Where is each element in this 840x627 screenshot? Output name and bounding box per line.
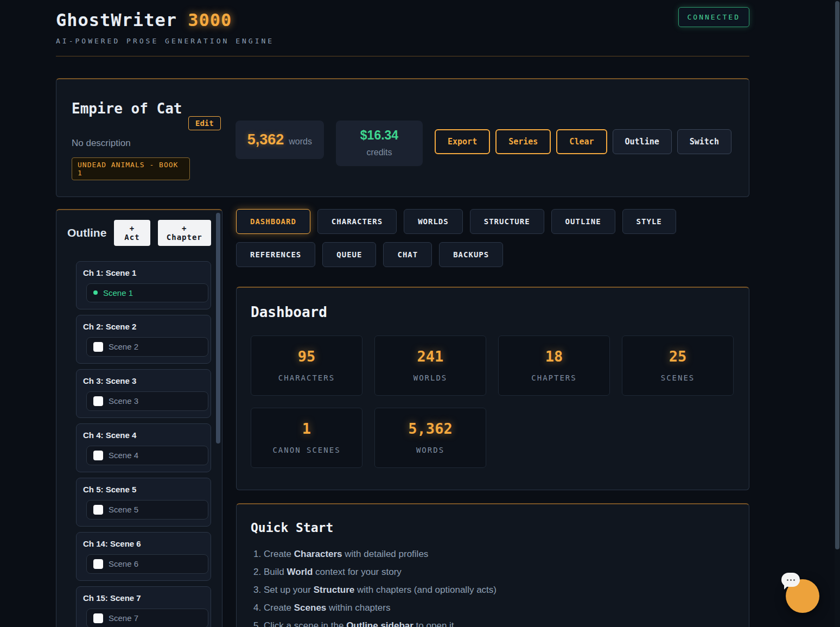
scene-item[interactable]: Scene 2	[86, 337, 208, 357]
quick-start-title: Quick Start	[251, 521, 735, 535]
scene-item[interactable]: Scene 5	[86, 500, 208, 520]
step-text: Click a scene in the	[264, 620, 346, 627]
quick-start-step: Create Characters with detailed profiles	[264, 549, 735, 560]
tab-dashboard[interactable]: DASHBOARD	[236, 209, 310, 234]
scene-item-active[interactable]: Scene 1	[86, 283, 208, 302]
tab-queue[interactable]: QUEUE	[322, 242, 376, 267]
chapter-card: Ch 4: Scene 4 Scene 4	[76, 423, 211, 472]
step-text: with chapters (and optionally acts)	[354, 585, 497, 595]
step-text: with detailed profiles	[342, 549, 429, 559]
dashboard-panel: Dashboard 95 CHARACTERS 241 WORLDS 18 CH…	[236, 287, 749, 490]
chat-fab-button[interactable]	[786, 579, 819, 613]
project-actions: Export Series Clear Outline Switch	[435, 129, 731, 154]
stat-value: 1	[257, 420, 357, 437]
scene-checkbox[interactable]	[93, 342, 103, 352]
clear-button[interactable]: Clear	[556, 129, 607, 154]
outline-sidebar-title: Outline	[67, 226, 106, 239]
credits-box: $16.34 credits	[336, 121, 423, 166]
stat-label: CANON SCENES	[257, 446, 357, 454]
scene-checkbox[interactable]	[93, 559, 103, 569]
quick-start-step: Set up your Structure with chapters (and…	[264, 585, 735, 596]
quick-start-step: Build World context for your story	[264, 567, 735, 578]
stat-card-canon-scenes: 1 CANON SCENES	[251, 408, 362, 468]
chapter-title: Ch 14: Scene 6	[82, 539, 208, 548]
step-text: Create	[264, 549, 294, 559]
credits-value: $16.34	[346, 128, 413, 143]
dashboard-title: Dashboard	[251, 304, 735, 320]
step-bold-text: World	[287, 567, 313, 577]
scene-item[interactable]: Scene 4	[86, 446, 208, 465]
sidebar-scrollbar-thumb[interactable]	[216, 213, 220, 444]
edit-project-button[interactable]: Edit	[188, 116, 221, 130]
quick-start-list: Create Characters with detailed profiles…	[251, 549, 735, 627]
step-bold-text: Outline sidebar	[346, 620, 413, 627]
outline-sidebar: Outline + Act + Chapter Ch 1: Scene 1 Sc…	[56, 209, 222, 627]
stat-card-worlds: 241 WORLDS	[374, 335, 486, 396]
stat-value: 25	[628, 348, 728, 365]
tab-style[interactable]: STYLE	[622, 209, 676, 234]
stat-label: WORDS	[380, 446, 480, 454]
tab-structure[interactable]: STRUCTURE	[470, 209, 544, 234]
stat-card-scenes: 25 SCENES	[622, 335, 734, 396]
scene-checkbox[interactable]	[93, 505, 103, 515]
add-chapter-button[interactable]: + Chapter	[158, 220, 211, 246]
active-scene-dot-icon	[93, 290, 98, 295]
stat-grid: 95 CHARACTERS 241 WORLDS 18 CHAPTERS 25 …	[251, 335, 735, 468]
tab-worlds[interactable]: WORLDS	[404, 209, 463, 234]
scene-item[interactable]: Scene 7	[86, 609, 208, 627]
chapter-card: Ch 2: Scene 2 Scene 2	[76, 315, 211, 364]
stat-value: 18	[504, 348, 604, 365]
chapter-card: Ch 3: Scene 3 Scene 3	[76, 369, 211, 418]
chapter-title: Ch 3: Scene 3	[82, 376, 208, 385]
scene-checkbox[interactable]	[93, 613, 103, 623]
tab-outline[interactable]: OUTLINE	[551, 209, 615, 234]
export-button[interactable]: Export	[435, 129, 490, 154]
window-scrollbar-track[interactable]	[835, 0, 840, 627]
app-title: GhostWriter 3000	[56, 10, 749, 30]
tab-backups[interactable]: BACKUPS	[439, 242, 503, 267]
chapter-card: Ch 5: Scene 5 Scene 5	[76, 478, 211, 527]
chapter-title: Ch 2: Scene 2	[82, 322, 208, 331]
switch-button[interactable]: Switch	[677, 129, 731, 154]
word-count-label: words	[289, 137, 312, 147]
stat-card-characters: 95 CHARACTERS	[251, 335, 362, 396]
app-subtitle: AI-POWERED PROSE GENERATION ENGINE	[56, 37, 749, 45]
app-title-accent: 3000	[188, 10, 232, 30]
project-description: No description	[72, 138, 190, 149]
project-card: Empire of Cat No description UNDEAD ANIM…	[56, 78, 749, 197]
scene-label: Scene 1	[103, 288, 133, 297]
app-title-main: GhostWriter	[56, 10, 177, 30]
chapter-title: Ch 1: Scene 1	[82, 268, 208, 277]
stat-card-chapters: 18 CHAPTERS	[498, 335, 610, 396]
step-text: within chapters	[326, 603, 390, 613]
chapter-title: Ch 15: Scene 7	[82, 593, 208, 603]
scene-item[interactable]: Scene 6	[86, 554, 208, 574]
scene-label: Scene 6	[109, 559, 138, 568]
window-scrollbar-thumb[interactable]	[835, 1, 839, 549]
series-button[interactable]: Series	[495, 129, 551, 154]
chapter-card: Ch 15: Scene 7 Scene 7	[76, 586, 211, 627]
step-text: Set up your	[264, 585, 314, 595]
stat-label: CHARACTERS	[257, 373, 357, 382]
scene-label: Scene 4	[109, 451, 138, 460]
chapter-card: Ch 1: Scene 1 Scene 1	[76, 261, 211, 309]
step-bold-text: Scenes	[294, 603, 327, 613]
scene-checkbox[interactable]	[93, 451, 103, 460]
stat-value: 5,362	[380, 420, 480, 437]
main-tabs: DASHBOARD CHARACTERS WORLDS STRUCTURE OU…	[236, 209, 749, 267]
stat-label: WORLDS	[380, 373, 480, 382]
tab-characters[interactable]: CHARACTERS	[317, 209, 397, 234]
step-bold-text: Structure	[314, 585, 355, 595]
scene-label: Scene 3	[109, 396, 138, 406]
scene-item[interactable]: Scene 3	[86, 391, 208, 411]
tab-references[interactable]: REFERENCES	[236, 242, 315, 267]
outline-button[interactable]: Outline	[613, 129, 672, 154]
scene-checkbox[interactable]	[93, 396, 103, 406]
step-text: to open it	[413, 620, 454, 627]
add-act-button[interactable]: + Act	[114, 220, 150, 246]
tab-chat[interactable]: CHAT	[383, 242, 432, 267]
step-bold-text: Characters	[294, 549, 342, 559]
main-content: DASHBOARD CHARACTERS WORLDS STRUCTURE OU…	[236, 209, 749, 627]
page-container: GhostWriter 3000 AI-POWERED PROSE GENERA…	[56, 0, 749, 627]
speech-bubble-icon	[781, 573, 800, 587]
